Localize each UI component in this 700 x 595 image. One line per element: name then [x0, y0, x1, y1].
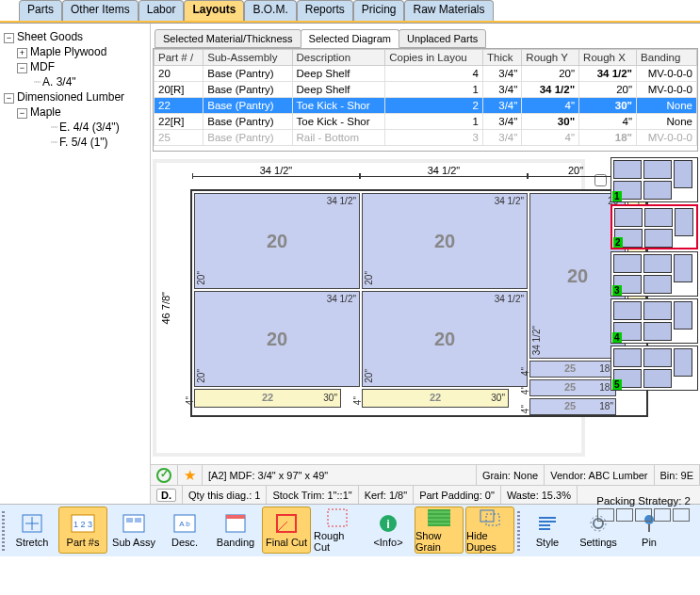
tab-raw-materials[interactable]: Raw Materials	[404, 0, 493, 21]
table-row[interactable]: 22Base (Pantry)Toe Kick - Shor23/4"4"30"…	[155, 98, 697, 114]
thumb-3[interactable]: 3	[610, 251, 698, 297]
layout-diagram[interactable]: 34 1/2" 34 1/2" 20" 4" 46 7/8" 20 34 1/2…	[153, 159, 585, 457]
col-subassy[interactable]: Sub-Assembly	[203, 50, 292, 66]
status-qty[interactable]: Qty this diag.: 1	[183, 486, 267, 504]
tree-maple-f[interactable]: F. 5/4 (1")	[4, 135, 146, 150]
thumb-2[interactable]: 2	[610, 204, 698, 249]
thumb-number: 4	[612, 332, 622, 343]
thumb-number: 1	[612, 191, 622, 201]
parts-grid[interactable]: Part # / Sub-Assembly Description Copies…	[154, 49, 697, 146]
part-label: 20	[434, 231, 455, 252]
status-d[interactable]: D.	[151, 486, 183, 504]
part-20-4[interactable]: 20 34 1/2" 20"	[362, 291, 528, 387]
svg-rect-4	[126, 518, 133, 523]
tb-hide-dupes[interactable]: Hide Dupes	[465, 507, 514, 554]
thumb-1[interactable]: 1	[610, 157, 698, 202]
tb-part-nums[interactable]: 1 2 3Part #s	[58, 507, 107, 554]
part-20-3[interactable]: 20 34 1/2" 20"	[194, 291, 360, 387]
thumb-row: 1	[594, 157, 698, 202]
tab-parts[interactable]: Parts	[19, 0, 62, 21]
table-cell: Base (Pantry)	[203, 98, 292, 114]
part-20-2[interactable]: 20 34 1/2" 20"	[362, 193, 528, 289]
sub-tab-diagram[interactable]: Selected Diagram	[301, 29, 399, 48]
table-row[interactable]: 20Base (Pantry)Deep Shelf43/4"20"34 1/2"…	[155, 66, 697, 82]
tab-labor[interactable]: Labor	[138, 0, 185, 21]
tb-final-cut[interactable]: Final Cut	[262, 507, 311, 554]
packing-strategy: Packing Strategy: 2	[596, 495, 691, 522]
tree-maple-plywood[interactable]: +Maple Plywood	[4, 44, 146, 59]
sub-tab-material[interactable]: Selected Material/Thickness	[155, 29, 301, 48]
part-20-1[interactable]: 20 34 1/2" 20"	[194, 193, 360, 289]
tb-style[interactable]: Style	[523, 507, 572, 554]
tb-label: Sub Assy	[112, 537, 155, 548]
col-roughx[interactable]: Rough X	[579, 50, 637, 66]
col-desc[interactable]: Description	[292, 50, 385, 66]
col-banding[interactable]: Banding	[637, 50, 697, 66]
pack-icon-2[interactable]	[616, 508, 633, 522]
tb-label: Style	[536, 537, 559, 548]
thumb-5[interactable]: 5	[610, 346, 698, 391]
status-waste: Waste: 15.3%	[501, 486, 578, 504]
tb-show-grain[interactable]: Show Grain	[415, 507, 464, 554]
tab-pricing[interactable]: Pricing	[353, 0, 405, 21]
tb-banding[interactable]: Banding	[211, 507, 260, 554]
table-row[interactable]: 22[R]Base (Pantry)Toe Kick - Shor13/4"30…	[155, 114, 697, 130]
tab-reports[interactable]: Reports	[297, 0, 353, 21]
status-pad[interactable]: Part Padding: 0"	[414, 486, 501, 504]
tree-mdf[interactable]: −MDF	[4, 59, 146, 74]
status-vendor[interactable]: Vendor: ABC Lumber	[545, 465, 654, 485]
part-22-2[interactable]: 22 30" 4"	[362, 389, 509, 408]
part-25-3[interactable]: 25 18" 4"	[529, 398, 616, 415]
col-part[interactable]: Part # /	[155, 50, 203, 66]
part-25-1[interactable]: 25 18" 4"	[529, 361, 616, 378]
part-25-2[interactable]: 25 18" 4"	[529, 379, 616, 396]
pack-icon-4[interactable]	[654, 508, 671, 522]
tb-subassy[interactable]: Sub Assy	[109, 507, 158, 554]
table-cell: None	[637, 98, 697, 114]
pack-icon-3[interactable]	[635, 508, 652, 522]
tree-dim-lumber[interactable]: −Dimensioned Lumber	[4, 89, 146, 105]
col-copies[interactable]: Copies in Layou	[385, 50, 483, 66]
table-cell: 1	[385, 82, 483, 98]
tab-layouts[interactable]: Layouts	[184, 0, 244, 21]
table-row[interactable]: 25Base (Pantry)Rail - Bottom33/4"4"18"MV…	[155, 130, 697, 146]
tb-info[interactable]: i<Info>	[364, 507, 413, 554]
status-bin[interactable]: Bin: 9E	[655, 465, 700, 485]
thumb-4[interactable]: 4	[610, 298, 698, 344]
tb-desc[interactable]: A bDesc.	[160, 507, 209, 554]
expand-icon[interactable]: +	[17, 48, 27, 58]
status-grain[interactable]: Grain: None	[477, 465, 545, 485]
status-star-icon[interactable]: ★	[178, 465, 203, 485]
status-kerf[interactable]: Kerf: 1/8"	[359, 486, 414, 504]
col-thick[interactable]: Thick	[482, 50, 521, 66]
pack-icon-5[interactable]	[673, 508, 690, 522]
col-roughy[interactable]: Rough Y	[522, 50, 579, 66]
thumb-row: 4	[594, 298, 698, 344]
table-cell: MV-0-0-0	[637, 82, 697, 98]
collapse-icon[interactable]: −	[4, 33, 14, 43]
collapse-icon[interactable]: −	[17, 108, 27, 119]
tb-rough-cut[interactable]: Rough Cut	[313, 507, 362, 554]
status-sheet[interactable]: [A2] MDF: 3/4" x 97" x 49"	[203, 465, 477, 485]
table-cell: Base (Pantry)	[203, 82, 292, 98]
part-22-1[interactable]: 22 30" 4"	[194, 389, 341, 408]
tree-sheet-goods[interactable]: −Sheet Goods	[4, 29, 146, 44]
part-label: 22	[262, 392, 273, 403]
collapse-icon[interactable]: −	[4, 93, 14, 104]
tree-maple-e[interactable]: E. 4/4 (3/4")	[4, 120, 146, 135]
table-cell: 4"	[579, 114, 637, 130]
part-label: 20	[267, 329, 287, 350]
table-cell: MV-0-0-0	[637, 130, 697, 146]
status-trim[interactable]: Stock Trim: 1"::1"	[267, 486, 358, 504]
part-dim: 20"	[196, 369, 206, 383]
pack-icon-1[interactable]	[597, 508, 614, 522]
tree-maple[interactable]: −Maple	[4, 105, 146, 120]
tab-other-items[interactable]: Other Items	[62, 0, 138, 21]
sub-tab-unplaced[interactable]: Unplaced Parts	[399, 29, 486, 48]
collapse-icon[interactable]: −	[17, 63, 27, 73]
tab-bom[interactable]: B.O.M.	[244, 0, 296, 21]
tree-mdf-a[interactable]: A. 3/4"	[4, 74, 146, 89]
tree-label: MDF	[30, 60, 55, 73]
table-row[interactable]: 20[R]Base (Pantry)Deep Shelf13/4"34 1/2"…	[155, 82, 697, 98]
tb-stretch[interactable]: Stretch	[8, 507, 57, 554]
